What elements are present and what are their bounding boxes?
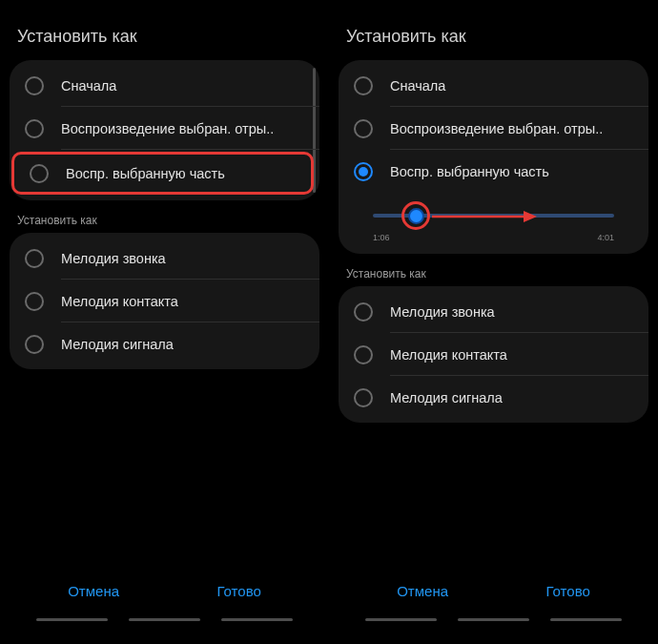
radio-icon: [25, 249, 44, 268]
radio-label: Воспр. выбранную часть: [390, 164, 559, 179]
radio-row-melody-call[interactable]: Мелодия звонка: [339, 290, 648, 333]
swipe-bar: [550, 618, 622, 621]
radio-icon: [354, 388, 373, 407]
slider-thumb[interactable]: [401, 201, 430, 230]
radio-icon: [25, 119, 44, 138]
radio-icon: [354, 162, 373, 181]
swipe-bar: [458, 618, 529, 621]
radio-icon: [25, 76, 44, 95]
slider-thumb-inner: [408, 208, 424, 224]
radio-label: Сначала: [390, 78, 455, 93]
radio-icon: [354, 76, 373, 95]
radio-label: Мелодия звонка: [390, 304, 504, 320]
section-title: Установить как: [0, 27, 329, 60]
app-switcher-bars[interactable]: [0, 618, 329, 644]
cancel-button[interactable]: Отмена: [387, 575, 458, 607]
slider-track[interactable]: [354, 200, 633, 231]
bottom-bar: Отмена Готово: [0, 575, 329, 618]
radio-label: Мелодия контакта: [390, 347, 517, 363]
trim-slider[interactable]: 1:06 4:01: [339, 193, 648, 250]
left-pane: Установить как Сначала Воспроизведение в…: [0, 0, 329, 644]
playback-card: Сначала Воспроизведение выбран. отры.. В…: [339, 60, 648, 254]
radio-label: Воспроизведение выбран. отры..: [390, 121, 612, 136]
radio-row-melody-signal[interactable]: Мелодия сигнала: [339, 376, 648, 419]
radio-row-melody-contact[interactable]: Мелодия контакта: [339, 333, 648, 376]
swipe-bar: [365, 618, 437, 621]
section-subtitle: Установить как: [329, 260, 658, 286]
radio-row-melody-signal[interactable]: Мелодия сигнала: [10, 322, 319, 365]
radio-label: Воспроизведение выбран. отры..: [61, 121, 283, 136]
radio-label: Воспр. выбранную часть: [66, 166, 235, 181]
radio-row-sначала[interactable]: Сначала: [10, 64, 319, 107]
swipe-bar: [36, 618, 108, 621]
cancel-button[interactable]: Отмена: [58, 575, 129, 607]
bottom-bar: Отмена Готово: [329, 575, 658, 618]
arrow-right-icon: [432, 210, 537, 223]
done-button[interactable]: Готово: [207, 575, 270, 607]
radio-row-melody-contact[interactable]: Мелодия контакта: [10, 280, 319, 322]
radio-row-melody-call[interactable]: Мелодия звонка: [10, 237, 319, 280]
setas-card: Мелодия звонка Мелодия контакта Мелодия …: [10, 233, 319, 369]
radio-row-sначала[interactable]: Сначала: [339, 64, 648, 107]
radio-label: Мелодия звонка: [61, 251, 175, 266]
section-title: Установить как: [329, 27, 658, 60]
radio-icon: [354, 302, 373, 322]
radio-label: Мелодия сигнала: [390, 390, 512, 405]
slider-start-time: 1:06: [373, 233, 390, 242]
slider-end-time: 4:01: [597, 233, 614, 242]
setas-card: Мелодия звонка Мелодия контакта Мелодия …: [339, 286, 648, 423]
slider-times: 1:06 4:01: [354, 231, 633, 242]
radio-row-vybran-otry[interactable]: Воспроизведение выбран. отры..: [339, 107, 648, 150]
radio-row-vybrannuyu-chast[interactable]: Воспр. выбранную часть: [339, 150, 648, 193]
done-button[interactable]: Готово: [536, 575, 599, 607]
radio-icon: [354, 119, 373, 138]
radio-icon: [25, 292, 44, 311]
radio-icon: [30, 164, 49, 183]
radio-label: Мелодия сигнала: [61, 337, 183, 352]
radio-label: Сначала: [61, 78, 126, 93]
radio-row-vybran-otry[interactable]: Воспроизведение выбран. отры..: [10, 107, 319, 150]
swipe-bar: [221, 618, 293, 621]
radio-label: Мелодия контакта: [61, 294, 188, 309]
radio-icon: [354, 345, 373, 364]
radio-icon: [25, 335, 44, 354]
app-switcher-bars[interactable]: [329, 618, 658, 644]
right-pane: Установить как Сначала Воспроизведение в…: [329, 0, 658, 644]
swipe-bar: [129, 618, 200, 621]
svg-marker-1: [524, 211, 537, 222]
radio-row-vybrannuyu-chast[interactable]: Воспр. выбранную часть: [11, 152, 314, 195]
playback-card: Сначала Воспроизведение выбран. отры.. В…: [10, 60, 319, 200]
section-subtitle: Установить как: [0, 206, 329, 233]
